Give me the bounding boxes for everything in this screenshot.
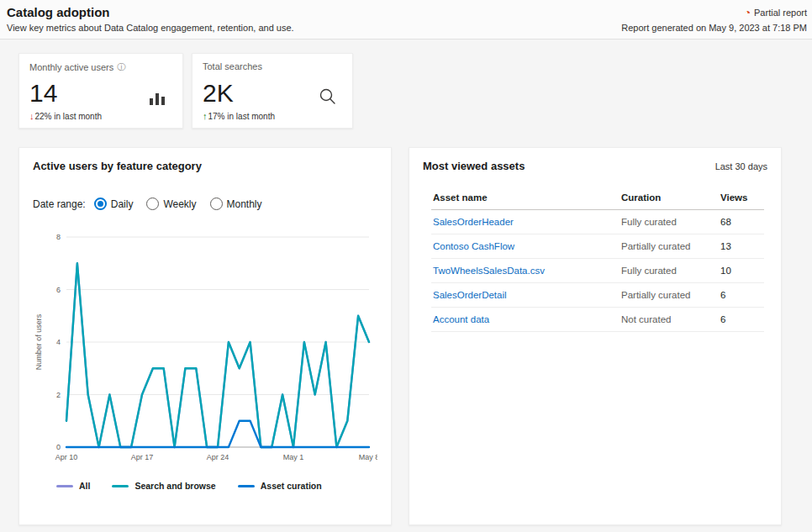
kpi-card-monthly-active-users: Monthly active users ⓘ 14 ↓ 22% in last … xyxy=(18,53,183,129)
kpi-label: Total searches xyxy=(203,61,262,71)
chart-legend: All Search and browse Asset curation xyxy=(56,481,377,491)
legend-label: Search and browse xyxy=(134,481,215,491)
svg-text:May 1: May 1 xyxy=(283,453,304,461)
legend-label: Asset curation xyxy=(261,481,322,491)
curation-value: Fully curated xyxy=(621,266,720,276)
trend-up-icon: ↑ xyxy=(203,111,208,121)
partial-report-icon: ◔ xyxy=(745,8,751,18)
legend-swatch-search-and-browse xyxy=(112,485,129,487)
kpi-delta-text: 22% in last month xyxy=(35,112,103,121)
trend-down-icon: ↓ xyxy=(29,111,34,121)
radio-daily[interactable]: Daily xyxy=(94,198,134,210)
asset-link[interactable]: Account data xyxy=(433,314,621,324)
curation-value: Partially curated xyxy=(621,241,720,251)
page-header: Catalog adoption ◔ Partial report View k… xyxy=(0,0,812,40)
partial-report-status: ◔ Partial report xyxy=(745,8,807,18)
table-row: TwoWheelsSalesData.csv Fully curated 10 xyxy=(431,259,764,283)
svg-text:Apr 10: Apr 10 xyxy=(55,453,78,461)
svg-text:2: 2 xyxy=(56,391,61,399)
views-value: 68 xyxy=(720,217,762,227)
asset-link[interactable]: TwoWheelsSalesData.csv xyxy=(433,266,621,276)
active-users-panel: Active users by feature category Date ra… xyxy=(18,147,392,525)
curation-value: Partially curated xyxy=(621,290,720,300)
table-row: SalesOrderDetail Partially curated 6 xyxy=(431,283,764,308)
legend-swatch-asset-curation xyxy=(238,485,255,487)
kpi-card-total-searches: Total searches 2K ↑ 17% in last month xyxy=(192,53,353,129)
search-icon xyxy=(319,87,337,106)
info-icon[interactable]: ⓘ xyxy=(117,61,125,73)
views-value: 13 xyxy=(720,241,762,251)
kpi-row: Monthly active users ⓘ 14 ↓ 22% in last … xyxy=(18,53,812,129)
col-asset-name: Asset name xyxy=(433,192,621,203)
svg-text:Number of users: Number of users xyxy=(34,313,43,370)
assets-table-header: Asset name Curation Views xyxy=(431,186,764,210)
legend-item-all: All xyxy=(56,481,90,491)
radio-daily-label[interactable]: Daily xyxy=(111,198,134,210)
svg-text:8: 8 xyxy=(56,233,61,241)
date-range-label: Date range: xyxy=(33,198,86,210)
most-viewed-assets-panel: Most viewed assets Last 30 days Asset na… xyxy=(409,147,782,525)
asset-link[interactable]: Contoso CashFlow xyxy=(433,241,621,251)
assets-table: Asset name Curation Views SalesOrderHead… xyxy=(431,186,764,332)
kpi-label: Monthly active users xyxy=(29,62,113,72)
svg-text:Apr 24: Apr 24 xyxy=(207,453,229,461)
table-row: Account data Not curated 6 xyxy=(431,308,764,332)
assets-range-label: Last 30 days xyxy=(715,161,767,171)
table-row: Contoso CashFlow Partially curated 13 xyxy=(431,234,764,259)
svg-text:Apr 17: Apr 17 xyxy=(131,453,154,461)
col-curation: Curation xyxy=(621,192,720,203)
svg-text:4: 4 xyxy=(56,338,61,346)
kpi-value: 14 xyxy=(29,81,57,106)
radio-daily-control[interactable] xyxy=(94,198,107,210)
radio-weekly-label[interactable]: Weekly xyxy=(163,198,196,210)
report-generated-timestamp: Report generated on May 9, 2023 at 7:18 … xyxy=(621,23,807,33)
legend-item-asset-curation: Asset curation xyxy=(238,481,322,491)
svg-text:6: 6 xyxy=(56,286,61,294)
bar-chart-icon xyxy=(149,91,167,106)
chart-panel-title: Active users by feature category xyxy=(33,160,377,172)
line-chart: 02468Apr 10Apr 17Apr 24May 1May 8Number … xyxy=(33,227,377,472)
legend-item-search-and-browse: Search and browse xyxy=(112,481,215,491)
radio-weekly[interactable]: Weekly xyxy=(146,198,196,210)
kpi-value: 2K xyxy=(203,81,234,106)
page-title: Catalog adoption xyxy=(7,5,110,19)
curation-value: Not curated xyxy=(621,314,720,324)
radio-weekly-control[interactable] xyxy=(146,198,159,210)
svg-text:0: 0 xyxy=(56,443,61,451)
assets-panel-title: Most viewed assets xyxy=(423,160,525,172)
views-value: 10 xyxy=(720,266,762,276)
svg-text:May 8: May 8 xyxy=(359,453,377,461)
asset-link[interactable]: SalesOrderDetail xyxy=(433,290,621,300)
curation-value: Fully curated xyxy=(621,217,720,227)
date-range-selector: Date range: Daily Weekly Monthly xyxy=(33,198,377,210)
kpi-delta-text: 17% in last month xyxy=(208,112,276,121)
radio-monthly-control[interactable] xyxy=(210,198,223,210)
legend-label: All xyxy=(79,481,90,491)
partial-report-label: Partial report xyxy=(754,8,807,18)
col-views: Views xyxy=(720,192,762,203)
table-row: SalesOrderHeader Fully curated 68 xyxy=(431,210,764,234)
main-row: Active users by feature category Date ra… xyxy=(18,147,782,525)
page-subtitle: View key metrics about Data Catalog enga… xyxy=(7,23,294,33)
radio-monthly-label[interactable]: Monthly xyxy=(227,198,262,210)
asset-link[interactable]: SalesOrderHeader xyxy=(433,217,621,227)
line-chart-container: 02468Apr 10Apr 17Apr 24May 1May 8Number … xyxy=(33,227,377,476)
legend-swatch-all xyxy=(56,485,73,487)
views-value: 6 xyxy=(720,314,762,324)
radio-monthly[interactable]: Monthly xyxy=(210,198,262,210)
views-value: 6 xyxy=(720,290,762,300)
